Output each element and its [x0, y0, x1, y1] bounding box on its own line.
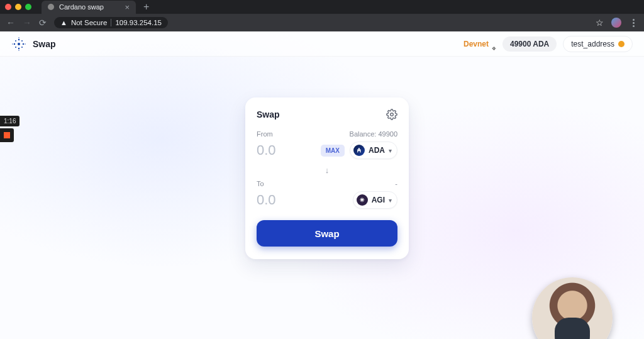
svg-point-2 — [18, 47, 19, 48]
url-text: 109.93.254.15 — [115, 19, 162, 26]
address-separator — [111, 19, 111, 26]
swap-card: Swap From Balance: 49900 MAX ₳ ADA ▾ — [245, 97, 409, 259]
page-viewport: Swap Devnet 49900 ADA test_address ⌖ Swa… — [0, 31, 644, 339]
nav-back-button[interactable]: ← — [6, 18, 15, 28]
svg-point-1 — [18, 38, 19, 40]
wallet-status-dot-icon — [618, 41, 625, 47]
recording-stop-button[interactable] — [0, 128, 14, 142]
svg-point-12 — [25, 43, 25, 44]
browser-tab-strip: Cardano swap × + — [0, 0, 644, 14]
window-close-button[interactable] — [5, 4, 11, 10]
from-label: From — [257, 130, 273, 138]
svg-point-0 — [18, 43, 20, 45]
browser-menu-button[interactable] — [629, 19, 638, 27]
network-badge[interactable]: Devnet — [456, 36, 496, 52]
not-secure-icon: ▲ — [60, 19, 67, 26]
app-header: Swap Devnet 49900 ADA test_address — [0, 31, 644, 57]
svg-point-13 — [391, 113, 394, 116]
svg-point-9 — [18, 37, 19, 38]
to-label: To — [257, 180, 264, 187]
svg-point-4 — [23, 43, 24, 44]
svg-point-8 — [21, 47, 23, 48]
nav-forward-button[interactable]: → — [23, 18, 31, 28]
to-amount-input[interactable] — [257, 192, 348, 208]
svg-point-6 — [21, 40, 23, 42]
page-title: Swap — [33, 39, 56, 49]
wallet-address-badge[interactable]: test_address — [563, 36, 633, 52]
recording-timestamp: 1:16 — [0, 116, 19, 126]
wallet-address-label: test_address — [571, 40, 614, 48]
svg-point-11 — [12, 43, 13, 44]
to-balance: - — [395, 180, 397, 187]
stop-icon — [4, 132, 10, 138]
tab-close-icon[interactable]: × — [125, 3, 130, 12]
from-amount-input[interactable] — [257, 142, 316, 158]
from-token-symbol: ADA — [369, 146, 385, 155]
max-button[interactable]: MAX — [321, 145, 345, 157]
balance-badge[interactable]: 49900 ADA — [502, 36, 557, 52]
swap-card-title: Swap — [257, 109, 280, 119]
svg-point-7 — [15, 47, 16, 48]
new-tab-button[interactable]: + — [141, 1, 152, 13]
bookmark-star-icon[interactable]: ☆ — [596, 18, 604, 28]
svg-point-3 — [14, 43, 15, 44]
settings-gear-icon[interactable] — [386, 109, 397, 120]
profile-avatar-icon[interactable] — [611, 18, 621, 28]
tab-favicon — [48, 4, 54, 10]
browser-toolbar: ← → ⟳ ▲ Not Secure 109.93.254.15 ☆ — [0, 14, 644, 31]
chevron-down-icon: ▾ — [389, 197, 392, 204]
swap-direction-button[interactable]: ↓ — [257, 165, 397, 175]
window-maximize-button[interactable] — [25, 4, 31, 10]
tab-title: Cardano swap — [59, 3, 104, 11]
browser-tab[interactable]: Cardano swap × — [42, 1, 136, 14]
ada-coin-icon: ₳ — [353, 145, 365, 156]
chevron-down-icon: ▾ — [389, 147, 392, 154]
from-balance: Balance: 49900 — [350, 130, 397, 138]
not-secure-label: Not Secure — [71, 19, 108, 26]
nav-reload-button[interactable]: ⟳ — [39, 18, 47, 28]
to-token-selector[interactable]: ✳ AGI ▾ — [353, 191, 397, 209]
svg-point-5 — [15, 40, 16, 42]
window-minimize-button[interactable] — [15, 4, 21, 10]
window-controls — [5, 4, 31, 10]
swap-submit-button[interactable]: Swap — [257, 220, 397, 247]
to-token-symbol: AGI — [372, 196, 385, 204]
address-bar[interactable]: ▲ Not Secure 109.93.254.15 — [54, 17, 168, 28]
cardano-logo-icon — [11, 36, 26, 52]
agi-coin-icon: ✳ — [357, 194, 368, 206]
svg-point-10 — [18, 50, 19, 50]
from-token-selector[interactable]: ₳ ADA ▾ — [350, 142, 397, 159]
